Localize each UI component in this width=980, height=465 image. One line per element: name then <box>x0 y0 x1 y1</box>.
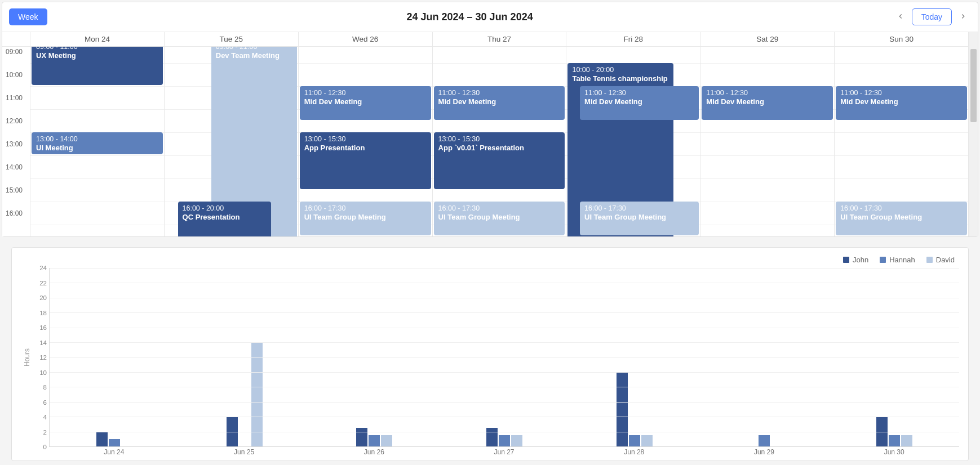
legend-swatch <box>880 257 886 263</box>
days-grid[interactable]: 09:00 - 11:00UX Meeting13:00 - 14:00UI M… <box>30 47 969 236</box>
event-title: UX Meeting <box>36 51 158 60</box>
calendar-event[interactable]: 11:00 - 12:30Mid Dev Meeting <box>300 86 431 120</box>
ytick: 0 <box>43 444 47 450</box>
legend-item[interactable]: Hannah <box>880 256 915 264</box>
event-title: Mid Dev Meeting <box>706 97 828 106</box>
event-time: 13:00 - 15:30 <box>438 135 561 143</box>
today-button[interactable]: Today <box>912 8 952 25</box>
legend-label: Hannah <box>889 256 915 264</box>
day-header[interactable]: Sat 29 <box>700 32 835 46</box>
time-label: 10:00 <box>2 70 30 93</box>
event-title: Table Tennis championship <box>572 74 669 83</box>
calendar-event[interactable]: 09:00 - 11:00UX Meeting <box>32 47 163 85</box>
legend-item[interactable]: David <box>926 256 955 264</box>
event-time: 09:00 - 21:00 <box>216 47 292 51</box>
calendar-event[interactable]: 11:00 - 12:30Mid Dev Meeting <box>702 86 833 120</box>
day-header[interactable]: Fri 28 <box>566 32 700 46</box>
calendar-event[interactable]: 16:00 - 17:30UI Team Group Meeting <box>300 202 431 235</box>
ytick: 24 <box>39 265 47 271</box>
day-header[interactable]: Thu 27 <box>433 32 567 46</box>
bar[interactable] <box>617 372 628 446</box>
bar[interactable] <box>486 428 498 446</box>
bar[interactable] <box>629 435 640 446</box>
chevron-left-icon <box>897 12 904 22</box>
event-title: UI Team Group Meeting <box>584 213 694 221</box>
day-header[interactable]: Tue 25 <box>165 32 299 46</box>
time-axis: 09:0010:0011:0012:0013:0014:0015:0016:00 <box>2 47 30 236</box>
bar[interactable] <box>381 435 392 446</box>
xtick: Jun 30 <box>829 448 959 456</box>
calendar-event[interactable]: 11:00 - 12:30Mid Dev Meeting <box>580 86 699 120</box>
day-column[interactable]: 11:00 - 12:30Mid Dev Meeting16:00 - 17:3… <box>835 47 969 236</box>
event-time: 11:00 - 12:30 <box>840 89 963 97</box>
legend-item[interactable]: John <box>843 256 868 264</box>
bar[interactable] <box>901 435 912 446</box>
bar[interactable] <box>96 432 108 446</box>
day-column[interactable]: 09:00 - 11:00UX Meeting13:00 - 14:00UI M… <box>30 47 165 236</box>
calendar-panel: Week 24 Jun 2024 – 30 Jun 2024 Today Mon <box>2 2 978 237</box>
bar[interactable] <box>251 342 263 446</box>
calendar-event[interactable]: 16:00 - 17:30UI Team Group Meeting <box>580 202 699 235</box>
legend-swatch <box>843 257 849 263</box>
time-label: 13:00 <box>2 139 30 162</box>
event-title: App `v0.01` Presentation <box>438 144 561 152</box>
view-week-button[interactable]: Week <box>9 8 47 25</box>
calendar-event[interactable]: 13:00 - 15:30App Presentation <box>300 132 431 189</box>
ytick: 16 <box>39 324 47 331</box>
event-time: 11:00 - 12:30 <box>438 89 561 97</box>
day-header[interactable]: Wed 26 <box>299 32 433 46</box>
calendar-event[interactable]: 11:00 - 12:30Mid Dev Meeting <box>434 86 565 120</box>
event-title: App Presentation <box>304 144 427 152</box>
event-title: Mid Dev Meeting <box>840 97 963 106</box>
event-time: 16:00 - 17:30 <box>584 204 694 212</box>
calendar-event[interactable]: 13:00 - 15:30App `v0.01` Presentation <box>434 132 565 189</box>
bar[interactable] <box>641 435 653 446</box>
time-label: 16:00 <box>2 208 30 231</box>
time-axis-header <box>2 32 30 46</box>
chart-yaxis: 024681012141618202224 <box>33 268 49 447</box>
bar[interactable] <box>356 428 367 446</box>
next-button[interactable] <box>955 8 971 26</box>
vertical-scrollbar[interactable] <box>969 32 978 236</box>
date-nav-group: Today <box>893 8 971 26</box>
prev-button[interactable] <box>893 8 908 26</box>
legend-swatch <box>926 257 933 263</box>
xtick: Jun 26 <box>309 448 439 456</box>
day-column[interactable]: 11:00 - 12:30Mid Dev Meeting13:00 - 15:3… <box>299 47 433 236</box>
bar[interactable] <box>499 435 510 446</box>
event-title: Mid Dev Meeting <box>584 97 694 106</box>
bar[interactable] <box>759 435 770 446</box>
day-header[interactable]: Sun 30 <box>835 32 969 46</box>
event-time: 16:00 - 17:30 <box>304 204 427 212</box>
day-column[interactable]: 09:00 - 21:00Dev Team Meeting16:00 - 20:… <box>165 47 299 236</box>
bar[interactable] <box>889 435 900 446</box>
event-title: UI Team Group Meeting <box>438 213 561 221</box>
day-column[interactable]: 10:00 - 20:00Table Tennis championship11… <box>566 47 700 236</box>
bar[interactable] <box>109 439 120 446</box>
bar[interactable] <box>511 435 522 446</box>
ytick: 14 <box>39 339 47 346</box>
ytick: 2 <box>43 429 47 436</box>
scrollbar-thumb[interactable] <box>970 49 977 122</box>
event-time: 11:00 - 12:30 <box>584 89 694 97</box>
event-time: 13:00 - 15:30 <box>304 135 427 143</box>
event-time: 13:00 - 14:00 <box>36 135 158 143</box>
chart-panel: JohnHannahDavid Hours 024681012141618202… <box>11 247 969 461</box>
calendar-event[interactable]: 16:00 - 17:30UI Team Group Meeting <box>836 202 967 235</box>
bar[interactable] <box>369 435 380 446</box>
day-column[interactable]: 11:00 - 12:30Mid Dev Meeting13:00 - 15:3… <box>433 47 567 236</box>
event-title: QC Presentation <box>183 213 267 221</box>
calendar-event[interactable]: 16:00 - 20:00QC Presentation <box>178 202 272 236</box>
event-time: 10:00 - 20:00 <box>572 66 669 74</box>
day-header[interactable]: Mon 24 <box>30 32 165 46</box>
xtick: Jun 25 <box>179 448 309 456</box>
event-title: UI Team Group Meeting <box>304 213 427 221</box>
time-label: 09:00 <box>2 47 30 70</box>
calendar-event[interactable]: 16:00 - 17:30UI Team Group Meeting <box>434 202 565 235</box>
calendar-event[interactable]: 11:00 - 12:30Mid Dev Meeting <box>836 86 967 120</box>
event-time: 16:00 - 17:30 <box>438 204 561 212</box>
xtick: Jun 29 <box>699 448 830 456</box>
day-column[interactable]: 11:00 - 12:30Mid Dev Meeting <box>700 47 835 236</box>
calendar-event[interactable]: 13:00 - 14:00UI Meeting <box>32 132 163 154</box>
event-title: UI Meeting <box>36 144 158 152</box>
